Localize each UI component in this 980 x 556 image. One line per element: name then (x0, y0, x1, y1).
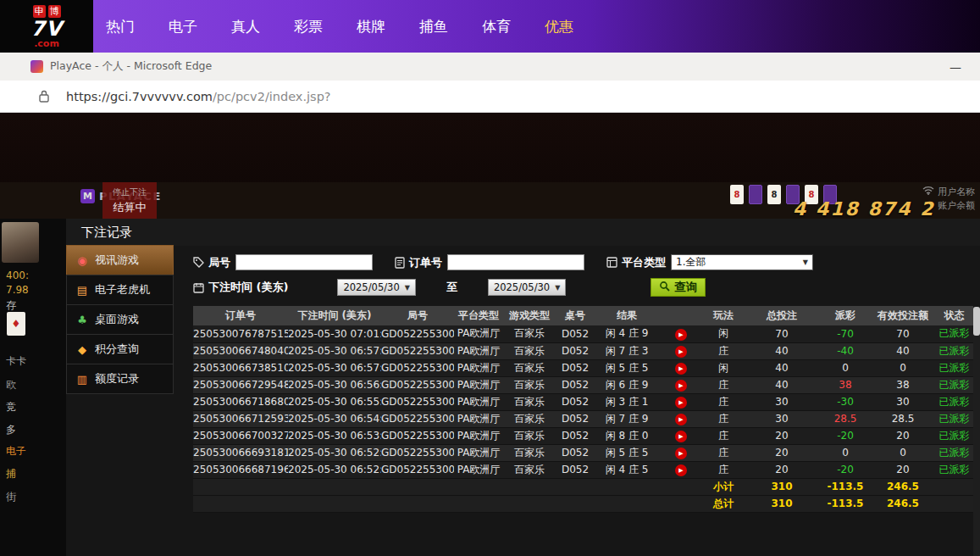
lock-icon[interactable] (39, 90, 49, 103)
cell-valid-bet: 0 (871, 359, 935, 376)
search-button[interactable]: 查询 (651, 278, 706, 297)
site-logo[interactable]: 申 博 7V .com (0, 0, 93, 53)
menu-item-table-game[interactable]: ♣桌面游戏 (66, 304, 174, 335)
sidebar-fragment[interactable]: 存 (6, 298, 16, 313)
total-label: 总计 (703, 495, 744, 512)
cell-platform: PA欧洲厅 (454, 410, 503, 427)
minimize-button[interactable]: — (943, 60, 968, 74)
cell-order-no: 250530066738510 (193, 359, 288, 376)
table-row[interactable]: 2505300667003272025-05-30 06:53:39GD0522… (193, 427, 973, 444)
cell-bet-side: 庄 (703, 461, 744, 478)
platform-select[interactable]: 1.全部 ▼ (671, 254, 813, 270)
table-row[interactable]: 2505300767875152025-05-30 07:01:36GD0522… (193, 325, 973, 342)
nav-item-1[interactable]: 热门 (95, 17, 146, 36)
nav-item-5[interactable]: 棋牌 (346, 17, 396, 36)
video-cell: ▶ (659, 461, 703, 478)
card-game-icon[interactable]: ♦ (7, 312, 25, 336)
date-to-picker[interactable]: 2025/05/30 ▼ (488, 279, 566, 296)
cell-bet-time: 2025-05-30 06:53:39 (288, 427, 381, 444)
round-input[interactable] (235, 254, 373, 270)
subtotal-spacer (193, 478, 703, 495)
logo-text: 7V (30, 19, 62, 39)
sidebar-fragment[interactable]: 捕 (6, 467, 16, 481)
sidebar-fragment[interactable]: 7.98 (6, 284, 29, 296)
sidebar-fragment[interactable]: 街 (6, 490, 16, 504)
cell-valid-bet: 70 (871, 325, 935, 342)
cell-platform: PA欧洲厅 (454, 461, 503, 478)
cell-round-no: GD052255300PO (381, 359, 454, 376)
cell-platform: PA欧洲厅 (454, 444, 503, 461)
table-game-icon: ♣ (75, 314, 89, 326)
cell-result: 闲 4 庄 9 (595, 325, 659, 342)
video-cell: ▶ (659, 342, 703, 359)
play-video-button[interactable]: ▶ (675, 431, 687, 442)
play-video-button[interactable]: ▶ (675, 346, 687, 358)
cell-table-no: D052 (556, 325, 595, 342)
page-content: M PLAYACE 停止下注 结算中 888 4 418 874 2 用户名称 … (0, 113, 980, 556)
table-row[interactable]: 2505300666871962025-05-30 06:52:27GD0522… (193, 461, 973, 478)
table-row[interactable]: 2505300666931812025-05-30 06:52:58GD0522… (193, 444, 973, 461)
nav-item-4[interactable]: 彩票 (283, 17, 334, 36)
cell-game-type: 百家乐 (503, 393, 556, 410)
nav-item-2[interactable]: 电子 (158, 17, 208, 36)
cell-total-bet: 20 (744, 427, 820, 444)
date-from-value: 2025/05/30 (343, 281, 399, 293)
menu-item-video-game[interactable]: ◉视讯游戏 (66, 245, 174, 275)
bet-time-label: 下注时间 (美东) (208, 280, 288, 295)
cell-table-no: D052 (556, 427, 595, 444)
play-video-button[interactable]: ▶ (675, 448, 687, 459)
cell-bet-side: 庄 (703, 444, 744, 461)
cell-result: 闲 5 庄 5 (595, 359, 659, 376)
table-row[interactable]: 2505300667295482025-05-30 06:56:13GD0522… (193, 376, 973, 393)
sidebar-fragment[interactable]: 卡卡 (6, 354, 26, 369)
menu-item-slot-machine[interactable]: ▤电子老虎机 (66, 275, 174, 305)
cell-bet-time: 2025-05-30 06:57:54 (288, 342, 381, 359)
browser-titlebar[interactable]: PlayAce - 个人 - Microsoft Edge — (0, 53, 980, 81)
sidebar-fragment[interactable]: 多 (6, 423, 16, 437)
table-row[interactable]: 2505300667480402025-05-30 06:57:54GD0522… (193, 342, 973, 359)
table-row[interactable]: 2505300667186802025-05-30 06:55:17GD0522… (193, 393, 973, 410)
playing-card: 8 (767, 185, 781, 204)
play-video-button[interactable]: ▶ (675, 329, 687, 341)
video-cell: ▶ (659, 427, 703, 444)
subtotal-valid-bet: 246.5 (871, 478, 935, 495)
cell-status: 已派彩 (935, 461, 973, 478)
sidebar-fragment[interactable]: 欧 (6, 378, 16, 392)
menu-item-points[interactable]: ◆积分查询 (66, 334, 174, 364)
play-video-button[interactable]: ▶ (675, 397, 687, 409)
play-video-button[interactable]: ▶ (675, 363, 687, 375)
scrollbar[interactable] (973, 307, 980, 556)
cell-round-no: GD052255300PM (381, 393, 454, 410)
nav-item-7[interactable]: 体育 (471, 17, 522, 36)
sidebar-fragment[interactable]: 竞 (6, 400, 16, 414)
play-video-button[interactable]: ▶ (675, 380, 687, 392)
column-header: 平台类型 (454, 306, 503, 325)
play-video-button[interactable]: ▶ (675, 464, 687, 476)
date-from-picker[interactable]: 2025/05/30 ▼ (337, 279, 415, 296)
column-header: 局号 (381, 306, 454, 325)
table-row[interactable]: 2505300667385102025-05-30 06:57:00GD0522… (193, 359, 973, 376)
menu-item-label: 电子老虎机 (95, 282, 150, 297)
sidebar-fragment[interactable]: 400: (6, 270, 29, 281)
address-bar[interactable]: https://gci.7vvvvvv.com/pc/pcv2/index.js… (0, 81, 980, 113)
order-input[interactable] (447, 254, 584, 270)
menu-item-quota[interactable]: ▥额度记录 (66, 364, 174, 394)
table-row[interactable]: 2505300667125932025-05-30 06:54:43GD0522… (193, 410, 973, 427)
platform-filter: 平台类型 1.全部 ▼ (606, 254, 813, 270)
scrollbar-thumb[interactable] (973, 307, 980, 336)
platform-select-value: 1.全部 (676, 255, 706, 270)
cell-round-no: GD052255300PP (381, 342, 454, 359)
avatar[interactable] (2, 222, 39, 263)
nav-item-3[interactable]: 真人 (220, 17, 271, 36)
cell-platform: PA欧洲厅 (454, 342, 503, 359)
cell-total-bet: 40 (744, 376, 820, 393)
nav-item-6[interactable]: 捕鱼 (408, 17, 459, 36)
nav-item-8[interactable]: 优惠 (534, 17, 584, 36)
subtotal-row: 小计310-113.5246.5 (193, 478, 973, 495)
play-video-button[interactable]: ▶ (675, 414, 687, 425)
cell-bet-side: 庄 (703, 410, 744, 427)
order-label: 订单号 (409, 255, 442, 270)
sidebar-fragment[interactable]: 电子 (6, 444, 26, 459)
cell-total-bet: 40 (744, 342, 820, 359)
cell-status: 已派彩 (935, 410, 973, 427)
